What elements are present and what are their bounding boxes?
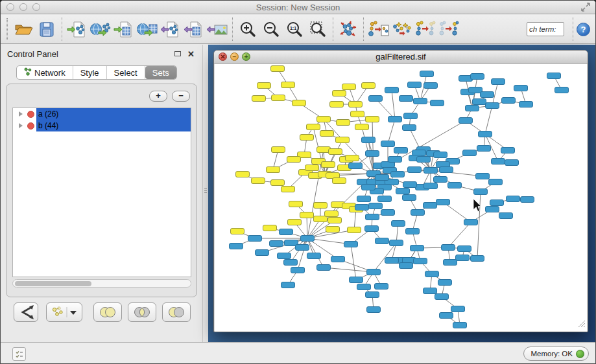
graph-node[interactable]	[479, 131, 492, 137]
graph-node[interactable]	[256, 250, 269, 256]
window-titlebar[interactable]: Session: New Session	[1, 1, 595, 14]
graph-node[interactable]	[399, 263, 413, 269]
graph-node[interactable]	[404, 113, 418, 119]
graph-node[interactable]	[337, 120, 350, 126]
graph-node[interactable]	[326, 227, 340, 233]
graph-node[interactable]	[369, 203, 383, 209]
graph-node[interactable]	[519, 102, 533, 108]
graph-node[interactable]	[459, 118, 473, 124]
graph-node[interactable]	[350, 277, 363, 283]
expand-arrow-icon[interactable]	[19, 111, 23, 117]
graph-node[interactable]	[367, 307, 381, 313]
task-history-button[interactable]	[12, 347, 26, 361]
sets-list[interactable]: a (26) b (44)	[12, 108, 191, 277]
graph-node[interactable]	[555, 87, 569, 93]
expand-arrow-icon[interactable]	[19, 123, 23, 128]
close-panel-icon[interactable]: ✕	[187, 50, 195, 58]
graph-node[interactable]	[355, 124, 369, 130]
graph-node[interactable]	[507, 196, 520, 202]
graph-node[interactable]	[305, 165, 319, 171]
graph-node[interactable]	[440, 167, 453, 173]
graph-node[interactable]	[521, 197, 534, 203]
graph-node[interactable]	[325, 211, 339, 217]
graph-node[interactable]	[486, 103, 499, 109]
graph-node[interactable]	[365, 226, 379, 232]
open-session-button[interactable]	[12, 17, 35, 41]
graph-node[interactable]	[466, 106, 479, 111]
graph-node[interactable]	[469, 87, 483, 93]
graph-node[interactable]	[231, 229, 244, 234]
save-session-button[interactable]	[35, 17, 58, 41]
graph-node[interactable]	[252, 178, 265, 184]
graph-node[interactable]	[391, 172, 405, 177]
split-sets-button[interactable]	[14, 302, 38, 322]
graph-node[interactable]	[471, 74, 484, 80]
zoom-out-icon[interactable]	[259, 17, 283, 41]
graph-node[interactable]	[369, 96, 383, 102]
graph-node[interactable]	[287, 157, 301, 163]
graph-node[interactable]	[514, 85, 528, 91]
graph-node[interactable]	[307, 124, 320, 130]
graph-node[interactable]	[471, 256, 484, 262]
import-network-url-icon[interactable]	[89, 17, 112, 41]
graph-node[interactable]	[481, 92, 494, 98]
graph-node[interactable]	[329, 149, 342, 155]
graph-edge[interactable]	[324, 267, 374, 272]
graph-node[interactable]	[366, 292, 379, 298]
graph-node[interactable]	[473, 99, 486, 105]
graph-edge[interactable]	[351, 244, 356, 280]
graph-node[interactable]	[362, 83, 375, 89]
float-panel-icon[interactable]	[174, 51, 181, 56]
graph-node[interactable]	[486, 207, 499, 212]
horizontal-scrollbar[interactable]	[12, 279, 191, 288]
tab-sets[interactable]: Sets	[145, 66, 176, 79]
scrollbar-thumb[interactable]	[15, 281, 91, 286]
add-set-button[interactable]: +	[149, 91, 167, 102]
graph-node[interactable]	[375, 238, 389, 244]
graph-node[interactable]	[296, 245, 309, 251]
show-all-icon[interactable]	[437, 17, 460, 41]
graph-node[interactable]	[292, 100, 306, 106]
graph-node[interactable]	[330, 102, 344, 108]
export-table-icon[interactable]	[182, 17, 206, 41]
graph-node[interactable]	[492, 79, 505, 85]
graph-node[interactable]	[346, 155, 359, 161]
first-neighbors-icon[interactable]	[390, 17, 414, 41]
graph-node[interactable]	[394, 148, 408, 154]
graph-node[interactable]	[300, 135, 314, 141]
graph-node[interactable]	[499, 213, 513, 219]
graph-node[interactable]	[252, 96, 266, 102]
create-set-dropdown-button[interactable]	[46, 302, 82, 322]
import-network-file-icon[interactable]	[66, 17, 89, 41]
graph-node[interactable]	[366, 214, 379, 220]
import-table-url-icon[interactable]	[136, 17, 159, 41]
graph-node[interactable]	[385, 258, 399, 264]
graph-node[interactable]	[322, 162, 335, 168]
graph-node[interactable]	[280, 229, 293, 235]
graph-node[interactable]	[425, 271, 439, 277]
graph-node[interactable]	[476, 174, 490, 179]
graph-edge[interactable]	[477, 192, 481, 258]
graph-node[interactable]	[502, 98, 516, 104]
graph-node[interactable]	[388, 157, 402, 163]
graph-node[interactable]	[378, 196, 392, 202]
graph-node[interactable]	[375, 284, 388, 290]
graph-node[interactable]	[272, 147, 285, 153]
graph-node[interactable]	[477, 146, 491, 152]
graph-node[interactable]	[431, 100, 444, 106]
hide-selected-icon[interactable]	[414, 17, 437, 41]
graph-node[interactable]	[314, 203, 328, 209]
graph-node[interactable]	[489, 179, 503, 185]
panel-splitter[interactable]	[202, 45, 208, 342]
graph-node[interactable]	[314, 216, 328, 222]
graph-node[interactable]	[355, 205, 369, 210]
graph-node[interactable]	[320, 131, 334, 137]
graph-edge[interactable]	[388, 119, 395, 144]
network-window[interactable]: ✕ − + galFiltered.sif	[213, 50, 588, 332]
graph-node[interactable]	[301, 236, 315, 242]
graph-node[interactable]	[331, 256, 345, 262]
graph-node[interactable]	[349, 163, 363, 169]
network-graph[interactable]	[215, 64, 587, 332]
graph-node[interactable]	[317, 265, 331, 271]
graph-node[interactable]	[463, 150, 477, 156]
